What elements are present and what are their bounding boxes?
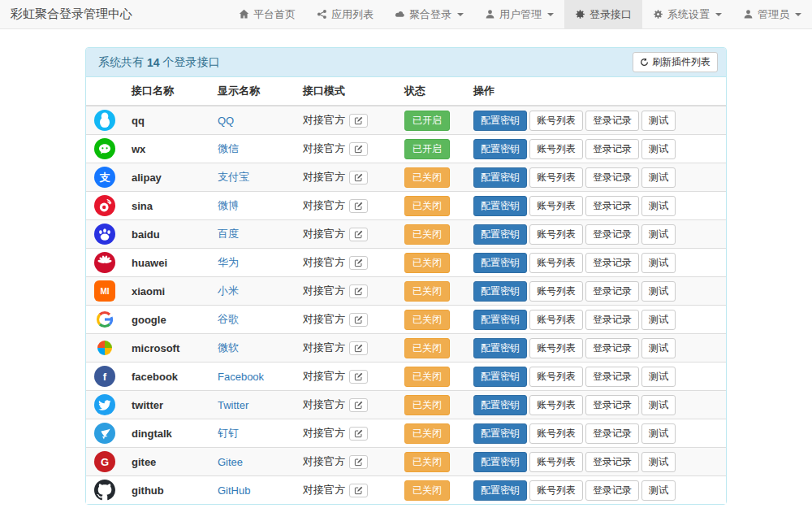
login-record-button[interactable]: 登录记录 — [585, 281, 639, 302]
display-name-link[interactable]: 支付宝 — [218, 171, 249, 183]
edit-mode-button[interactable] — [349, 171, 368, 185]
account-list-button[interactable]: 账号列表 — [529, 452, 583, 472]
login-api-panel: 系统共有 14 个登录接口 刷新插件列表 接口名称 显示名称 接口模式 状态 操… — [85, 47, 727, 505]
config-key-button[interactable]: 配置密钥 — [473, 423, 527, 444]
config-key-button[interactable]: 配置密钥 — [473, 281, 527, 302]
col-header-display-name: 显示名称 — [211, 77, 296, 106]
config-key-button[interactable]: 配置密钥 — [473, 310, 527, 330]
test-button[interactable]: 测试 — [641, 480, 676, 501]
test-button[interactable]: 测试 — [641, 111, 676, 131]
account-list-button[interactable]: 账号列表 — [529, 167, 583, 188]
edit-mode-button[interactable] — [349, 427, 368, 441]
display-name-link[interactable]: QQ — [218, 115, 234, 127]
account-list-button[interactable]: 账号列表 — [529, 253, 583, 273]
test-button[interactable]: 测试 — [641, 395, 676, 415]
display-name-link[interactable]: 小米 — [218, 284, 239, 297]
nav-item-home[interactable]: 平台首页 — [228, 0, 306, 28]
login-record-button[interactable]: 登录记录 — [585, 338, 639, 358]
edit-mode-button[interactable] — [349, 313, 368, 327]
edit-mode-button[interactable] — [349, 228, 368, 241]
test-button[interactable]: 测试 — [641, 224, 676, 245]
account-list-button[interactable]: 账号列表 — [529, 423, 583, 444]
login-record-button[interactable]: 登录记录 — [585, 367, 639, 387]
edit-mode-button[interactable] — [349, 256, 368, 270]
config-key-button[interactable]: 配置密钥 — [473, 167, 527, 188]
account-list-button[interactable]: 账号列表 — [529, 367, 583, 387]
login-record-button[interactable]: 登录记录 — [585, 196, 639, 216]
display-name-link[interactable]: 微博 — [218, 199, 239, 211]
login-record-button[interactable]: 登录记录 — [585, 452, 639, 472]
config-key-button[interactable]: 配置密钥 — [473, 224, 527, 245]
login-record-button[interactable]: 登录记录 — [585, 167, 639, 188]
display-name-link[interactable]: 微软 — [218, 341, 239, 354]
display-name-link[interactable]: 华为 — [218, 256, 239, 268]
login-record-button[interactable]: 登录记录 — [585, 224, 639, 245]
test-button[interactable]: 测试 — [641, 196, 676, 216]
display-name-link[interactable]: Facebook — [218, 371, 264, 383]
login-record-button[interactable]: 登录记录 — [585, 395, 639, 415]
display-name-link[interactable]: Twitter — [218, 399, 248, 411]
account-list-button[interactable]: 账号列表 — [529, 338, 583, 358]
nav-item-label: 系统设置 — [667, 7, 710, 22]
mode-label: 对接官方 — [303, 113, 345, 128]
edit-mode-button[interactable] — [349, 142, 368, 156]
config-key-button[interactable]: 配置密钥 — [473, 395, 527, 415]
account-list-button[interactable]: 账号列表 — [529, 139, 583, 159]
config-key-button[interactable]: 配置密钥 — [473, 338, 527, 358]
test-button[interactable]: 测试 — [641, 310, 676, 330]
display-name-link[interactable]: Gitee — [218, 456, 243, 468]
edit-mode-button[interactable] — [349, 284, 368, 298]
login-record-button[interactable]: 登录记录 — [585, 423, 639, 444]
edit-mode-button[interactable] — [349, 398, 368, 412]
test-button[interactable]: 测试 — [641, 139, 676, 159]
account-list-button[interactable]: 账号列表 — [529, 281, 583, 302]
refresh-plugins-button[interactable]: 刷新插件列表 — [633, 52, 718, 72]
display-name-link[interactable]: 百度 — [218, 228, 239, 240]
test-button[interactable]: 测试 — [641, 367, 676, 387]
account-list-button[interactable]: 账号列表 — [529, 111, 583, 131]
account-list-button[interactable]: 账号列表 — [529, 395, 583, 415]
nav-item-login-api[interactable]: 登录接口 — [564, 0, 642, 28]
edit-mode-button[interactable] — [349, 114, 368, 128]
config-key-button[interactable]: 配置密钥 — [473, 480, 527, 501]
login-record-button[interactable]: 登录记录 — [585, 139, 639, 159]
login-record-button[interactable]: 登录记录 — [585, 111, 639, 131]
nav-item-admin[interactable]: 管理员 — [732, 0, 812, 28]
test-button[interactable]: 测试 — [641, 281, 676, 302]
config-key-button[interactable]: 配置密钥 — [473, 367, 527, 387]
test-button[interactable]: 测试 — [641, 452, 676, 472]
test-button[interactable]: 测试 — [641, 167, 676, 188]
display-name-link[interactable]: 钉钉 — [218, 427, 239, 439]
edit-mode-button[interactable] — [349, 341, 368, 355]
edit-mode-button[interactable] — [349, 484, 368, 497]
login-record-button[interactable]: 登录记录 — [585, 310, 639, 330]
config-key-button[interactable]: 配置密钥 — [473, 111, 527, 131]
nav-item-oauth-login[interactable]: 聚合登录 — [384, 0, 474, 28]
account-list-button[interactable]: 账号列表 — [529, 224, 583, 245]
edit-mode-button[interactable] — [349, 199, 368, 213]
nav-item-user-manage[interactable]: 用户管理 — [474, 0, 564, 28]
nav-item-label: 聚合登录 — [409, 7, 451, 22]
nav-item-system-settings[interactable]: 系统设置 — [642, 0, 732, 28]
test-button[interactable]: 测试 — [641, 338, 676, 358]
edit-mode-button[interactable] — [349, 370, 368, 384]
config-key-button[interactable]: 配置密钥 — [473, 253, 527, 273]
edit-icon — [354, 173, 363, 185]
nav-item-app-list[interactable]: 应用列表 — [306, 0, 384, 28]
login-record-button[interactable]: 登录记录 — [585, 480, 639, 501]
status-badge: 已关闭 — [404, 310, 450, 330]
display-name-link[interactable]: 微信 — [218, 142, 239, 154]
display-name-link[interactable]: 谷歌 — [218, 313, 239, 325]
edit-mode-button[interactable] — [349, 455, 368, 469]
config-key-button[interactable]: 配置密钥 — [473, 139, 527, 159]
login-record-button[interactable]: 登录记录 — [585, 253, 639, 273]
account-list-button[interactable]: 账号列表 — [529, 310, 583, 330]
top-navbar: 彩虹聚合登录管理中心 平台首页应用列表聚合登录用户管理登录接口系统设置管理员 — [0, 0, 812, 29]
account-list-button[interactable]: 账号列表 — [529, 480, 583, 501]
test-button[interactable]: 测试 — [641, 423, 676, 444]
config-key-button[interactable]: 配置密钥 — [473, 196, 527, 216]
display-name-link[interactable]: GitHub — [218, 484, 250, 497]
account-list-button[interactable]: 账号列表 — [529, 196, 583, 216]
test-button[interactable]: 测试 — [641, 253, 676, 273]
config-key-button[interactable]: 配置密钥 — [473, 452, 527, 472]
